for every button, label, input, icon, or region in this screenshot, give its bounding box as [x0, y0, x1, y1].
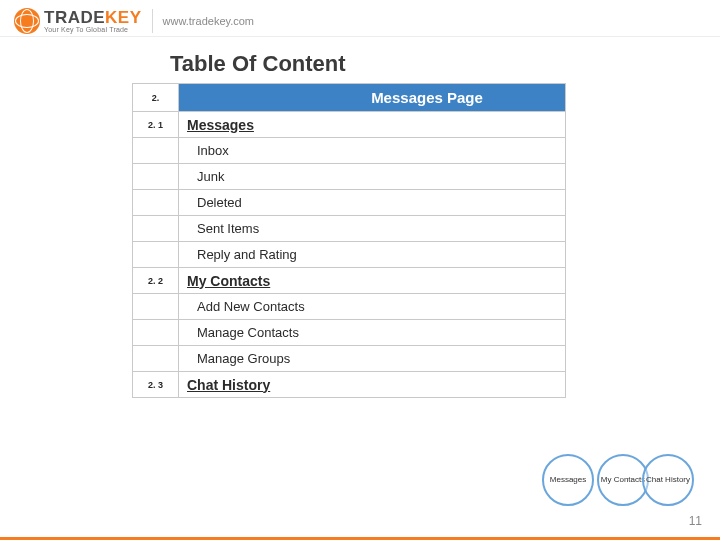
circle-chat-history: Chat History: [642, 454, 694, 506]
header-underline: [0, 36, 720, 37]
toc-item: Reply and Rating: [179, 242, 566, 268]
toc-section-row: 2. 2 My Contacts: [133, 268, 566, 294]
toc-item-row: Junk: [133, 164, 566, 190]
brand-name: TRADEKEY: [44, 9, 142, 26]
toc-section-title: Messages: [179, 112, 566, 138]
toc-item-row: Manage Contacts: [133, 320, 566, 346]
brand-text: TRADEKEY Your Key To Global Trade: [44, 9, 142, 33]
brand-tagline: Your Key To Global Trade: [44, 26, 142, 33]
brand-word-2: KEY: [105, 8, 141, 27]
toc-section-num: 2. 1: [133, 112, 179, 138]
toc-item-row: Sent Items: [133, 216, 566, 242]
toc-table: 2. Messages Page 2. 1 Messages Inbox Jun…: [132, 83, 566, 398]
toc-header-row: 2. Messages Page: [133, 84, 566, 112]
brand-logo: TRADEKEY Your Key To Global Trade: [14, 8, 142, 34]
toc-header-title: Messages Page: [179, 84, 566, 112]
toc-header-num: 2.: [133, 84, 179, 112]
toc-item-row: Deleted: [133, 190, 566, 216]
toc-item: Deleted: [179, 190, 566, 216]
toc-section-num: 2. 2: [133, 268, 179, 294]
toc-item-row: Add New Contacts: [133, 294, 566, 320]
slide-page: TRADEKEY Your Key To Global Trade www.tr…: [0, 0, 720, 540]
toc-section-title: Chat History: [179, 372, 566, 398]
header: TRADEKEY Your Key To Global Trade www.tr…: [0, 0, 720, 36]
toc-item-row: Manage Groups: [133, 346, 566, 372]
circle-diagram: Messages My Contacts Chat History: [542, 454, 702, 514]
toc-item: Manage Groups: [179, 346, 566, 372]
toc-item: Add New Contacts: [179, 294, 566, 320]
brand-word-1: TRADE: [44, 8, 105, 27]
toc-section-title: My Contacts: [179, 268, 566, 294]
toc-title: Table Of Content: [170, 51, 720, 77]
toc-item: Sent Items: [179, 216, 566, 242]
toc-item-row: Inbox: [133, 138, 566, 164]
toc-item-row: Reply and Rating: [133, 242, 566, 268]
vertical-divider: [152, 9, 153, 33]
page-number: 11: [689, 514, 702, 528]
toc-section-num: 2. 3: [133, 372, 179, 398]
toc-item: Manage Contacts: [179, 320, 566, 346]
toc-item: Junk: [179, 164, 566, 190]
toc-section-row: 2. 1 Messages: [133, 112, 566, 138]
circle-messages: Messages: [542, 454, 594, 506]
toc-item: Inbox: [179, 138, 566, 164]
toc-section-row: 2. 3 Chat History: [133, 372, 566, 398]
globe-icon: [14, 8, 40, 34]
site-url: www.tradekey.com: [163, 15, 255, 27]
